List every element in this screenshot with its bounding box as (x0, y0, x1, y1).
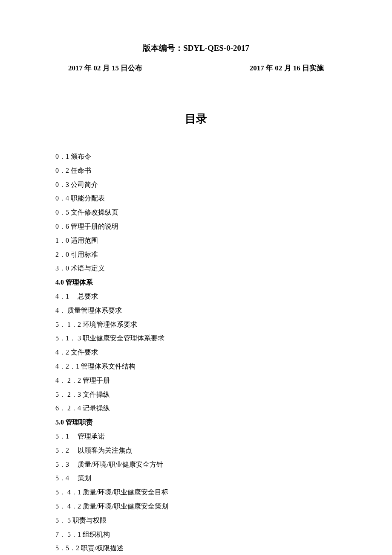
dates-row: 2017 年 02 月 15 日公布 2017 年 02 月 16 日实施 (55, 63, 337, 73)
toc-item: 7． 5．1 组织机构 (55, 528, 337, 542)
toc-item: 5． 5 职责与权限 (55, 514, 337, 528)
toc-item: 5．5．2 职责/权限描述 (55, 541, 337, 555)
toc-item: 2．0 引用标准 (55, 248, 337, 262)
toc-item: 0．5 文件修改操纵页 (55, 206, 337, 220)
toc-item: 5．2 以顾客为关注焦点 (55, 444, 337, 458)
toc-item: 1．0 适用范围 (55, 234, 337, 248)
toc-item: 5．1 管理承诺 (55, 430, 337, 444)
toc-item: 6． 2．4 记录操纵 (55, 401, 337, 416)
toc-item: 5． 1．2 环境管理体系要求 (55, 318, 337, 332)
toc-item: 3．0 术语与定义 (55, 262, 337, 276)
toc-item: 0．2 任命书 (55, 164, 337, 178)
toc-item: 5．4 策划 (55, 471, 337, 485)
toc-item: 0．1 颁布令 (55, 150, 337, 164)
toc-item: 0．3 公司简介 (55, 178, 337, 192)
toc-item: 4．2．1 管理体系文件结构 (55, 360, 337, 374)
toc-item: 4．1 总要求 (55, 290, 337, 304)
toc-item: 5． 4．1 质量/环境/职业健康安全目标 (55, 485, 337, 500)
toc-item: 0．4 职能分配表 (55, 192, 337, 206)
version-label: 版本编号： (143, 44, 183, 52)
toc-item: 4． 2．2 管理手册 (55, 374, 337, 388)
toc-item: 5．3 质量/环境/职业健康安全方针 (55, 458, 337, 472)
toc-item: 5． 2．3 文件操纵 (55, 388, 337, 402)
toc-list: 0．1 颁布令0．2 任命书0．3 公司简介0．4 职能分配表0．5 文件修改操… (55, 150, 337, 555)
toc-item: 5． 4．2 质量/环境/职业健康安全策划 (55, 500, 337, 514)
toc-item: 5．1． 3 职业健康安全管理体系要求 (55, 331, 337, 346)
toc-item: 4． 质量管理体系要求 (55, 304, 337, 318)
toc-item: 4．2 文件要求 (55, 346, 337, 360)
toc-item: 5.0 管理职责 (55, 416, 337, 430)
publish-date: 2017 年 02 月 15 日公布 (68, 63, 142, 73)
toc-item: 4.0 管理体系 (55, 276, 337, 290)
version-value: SDYL-QES-0-2017 (183, 44, 249, 52)
effective-date: 2017 年 02 月 16 日实施 (250, 63, 324, 73)
toc-title: 目录 (55, 111, 337, 126)
version-header: 版本编号：SDYL-QES-0-2017 (55, 43, 337, 54)
toc-item: 0．6 管理手册的说明 (55, 220, 337, 234)
